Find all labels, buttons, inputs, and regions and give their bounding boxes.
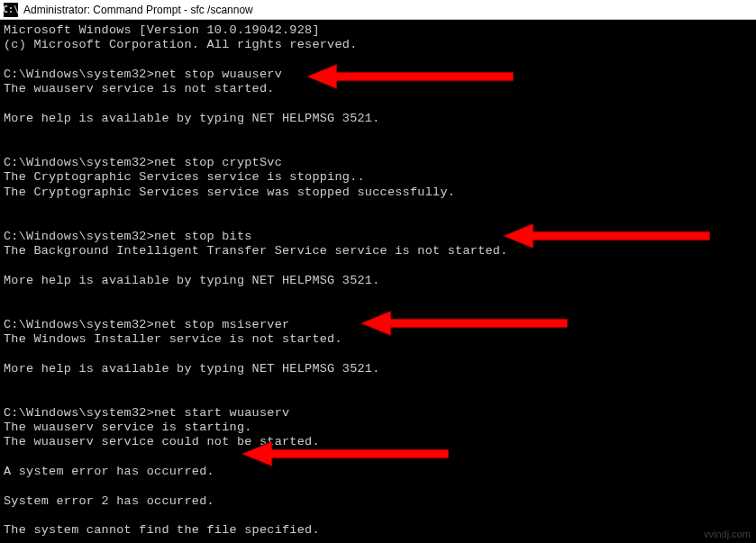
console-line: A system error has occurred.: [4, 465, 751, 479]
window-title: Administrator: Command Prompt - sfc /sca…: [23, 4, 253, 16]
console-line: [4, 479, 751, 493]
console-line: [4, 391, 751, 405]
console-line: [4, 214, 751, 229]
console-line: The Windows Installer service is not sta…: [4, 332, 751, 347]
console-line: (c) Microsoft Corporation. All rights re…: [4, 38, 751, 52]
console-line: More help is available by typing NET HEL…: [4, 362, 751, 376]
console-line: [4, 200, 751, 214]
console-line: C:\Windows\system32>net stop msiserver: [4, 318, 751, 332]
console-line: [4, 347, 751, 361]
cmd-icon: C:\: [4, 3, 18, 17]
console-line: [4, 97, 751, 112]
console-line: C:\Windows\system32>net start wuauserv: [4, 406, 751, 421]
console-line: [4, 450, 751, 465]
console-line: [4, 376, 751, 391]
command-text: net stop wuauserv: [154, 68, 282, 81]
console-output[interactable]: Microsoft Windows [Version 10.0.19042.92…: [0, 20, 756, 541]
watermark: vvindj.com: [704, 529, 751, 539]
console-line: [4, 53, 751, 68]
console-line: C:\Windows\system32>net stop wuauserv: [4, 68, 751, 82]
console-line: [4, 141, 751, 156]
prompt-path: C:\Windows\system32>: [4, 230, 154, 243]
command-text: net stop cryptSvc: [154, 156, 282, 169]
console-line: C:\Windows\system32>net stop bits: [4, 230, 751, 244]
command-text: net stop bits: [154, 230, 252, 243]
console-line: The Cryptographic Services service was s…: [4, 186, 751, 200]
console-line: The system cannot find the file specifie…: [4, 523, 751, 538]
prompt-path: C:\Windows\system32>: [4, 156, 154, 169]
console-line: C:\Windows\system32>net stop cryptSvc: [4, 156, 751, 170]
console-line: [4, 258, 751, 273]
console-line: [4, 288, 751, 303]
console-line: [4, 509, 751, 523]
console-line: The Cryptographic Services service is st…: [4, 170, 751, 185]
console-line: [4, 126, 751, 140]
prompt-path: C:\Windows\system32>: [4, 68, 154, 81]
console-line: Microsoft Windows [Version 10.0.19042.92…: [4, 23, 751, 38]
console-line: The wuauserv service is not started.: [4, 82, 751, 96]
console-line: The Background Intelligent Transfer Serv…: [4, 244, 751, 258]
command-text: net start wuauserv: [154, 406, 289, 420]
prompt-path: C:\Windows\system32>: [4, 318, 154, 331]
console-line: System error 2 has occurred.: [4, 494, 751, 509]
console-line: [4, 303, 751, 317]
command-text: net stop msiserver: [154, 318, 289, 331]
console-line: More help is available by typing NET HEL…: [4, 112, 751, 126]
prompt-path: C:\Windows\system32>: [4, 406, 154, 420]
window-titlebar[interactable]: C:\ Administrator: Command Prompt - sfc …: [0, 0, 756, 20]
console-line: The wuauserv service could not be starte…: [4, 435, 751, 449]
console-line: The wuauserv service is starting.: [4, 421, 751, 435]
console-line: More help is available by typing NET HEL…: [4, 274, 751, 288]
